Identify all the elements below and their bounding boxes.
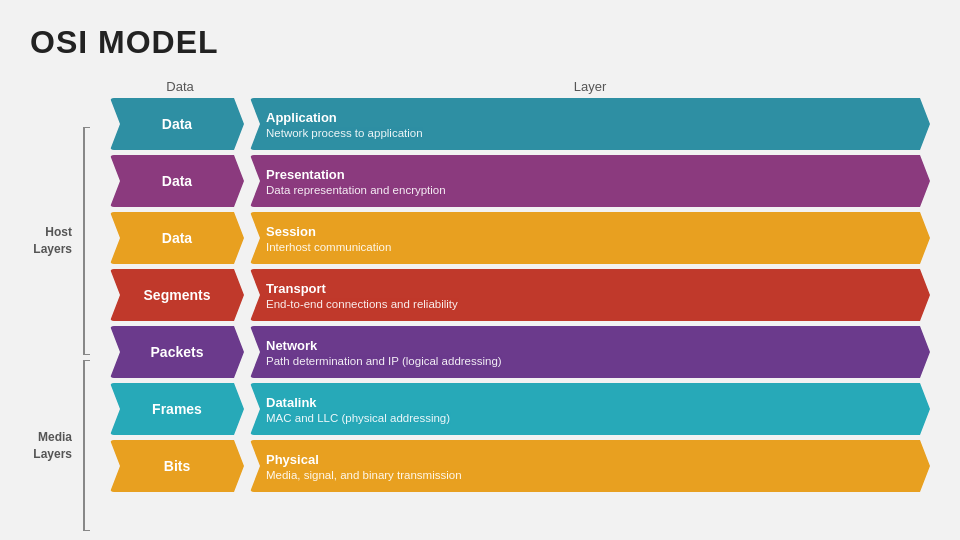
layer-name: Application [266,110,914,125]
layer-name: Transport [266,281,914,296]
media-bracket-icon [76,360,92,531]
table-row: Frames Datalink MAC and LLC (physical ad… [110,383,930,435]
page: OSI MODEL HostLayers MediaLayers [0,0,960,540]
layer-desc: End-to-end connections and reliability [266,298,914,310]
main-table: Data Layer Data Application Network proc… [110,79,930,492]
layer-cell: Transport End-to-end connections and rel… [250,269,930,321]
column-headers: Data Layer [110,79,930,94]
layer-cell: Application Network process to applicati… [250,98,930,150]
layer-name: Session [266,224,914,239]
data-cell: Packets [110,326,244,378]
table-row: Segments Transport End-to-end connection… [110,269,930,321]
data-cell: Data [110,155,244,207]
data-column-header: Data [110,79,250,94]
layer-desc: Network process to application [266,127,914,139]
table-row: Data Application Network process to appl… [110,98,930,150]
rows-container: Data Application Network process to appl… [110,98,930,492]
layer-desc: Interhost communication [266,241,914,253]
layer-column-header: Layer [250,79,930,94]
data-cell: Bits [110,440,244,492]
table-row: Packets Network Path determination and I… [110,326,930,378]
layer-name: Presentation [266,167,914,182]
layer-name: Datalink [266,395,914,410]
layer-desc: MAC and LLC (physical addressing) [266,412,914,424]
layer-cell: Network Path determination and IP (logic… [250,326,930,378]
media-layers-label: MediaLayers [30,429,72,463]
table-row: Data Presentation Data representation an… [110,155,930,207]
host-layers-label: HostLayers [30,224,72,258]
layer-desc: Media, signal, and binary transmission [266,469,914,481]
data-cell: Segments [110,269,244,321]
content-area: HostLayers MediaLayers D [30,79,930,531]
layer-cell: Datalink MAC and LLC (physical addressin… [250,383,930,435]
layer-name: Network [266,338,914,353]
layer-cell: Session Interhost communication [250,212,930,264]
table-row: Bits Physical Media, signal, and binary … [110,440,930,492]
page-title: OSI MODEL [30,24,930,61]
data-cell: Data [110,212,244,264]
host-bracket-icon [76,127,92,355]
table-row: Data Session Interhost communication [110,212,930,264]
layer-cell: Presentation Data representation and enc… [250,155,930,207]
layer-desc: Data representation and encryption [266,184,914,196]
data-cell: Data [110,98,244,150]
data-cell: Frames [110,383,244,435]
brackets-area: HostLayers MediaLayers [30,79,100,531]
layer-name: Physical [266,452,914,467]
layer-cell: Physical Media, signal, and binary trans… [250,440,930,492]
layer-desc: Path determination and IP (logical addre… [266,355,914,367]
